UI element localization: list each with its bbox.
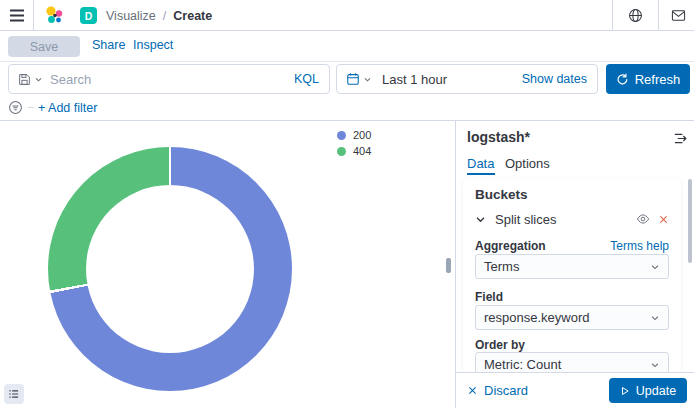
- list-icon: [8, 388, 20, 400]
- terms-help-link[interactable]: Terms help: [610, 239, 669, 253]
- chevron-down-icon: [34, 75, 43, 84]
- discard-button[interactable]: Discard: [467, 383, 528, 398]
- show-dates-button[interactable]: Show dates: [512, 72, 597, 86]
- panel-resize-handle[interactable]: [446, 258, 451, 273]
- topbar-divider: [612, 0, 613, 31]
- search-input[interactable]: [50, 72, 284, 87]
- legend-item[interactable]: 404: [337, 145, 371, 157]
- time-picker-menu[interactable]: [337, 72, 379, 86]
- field-select[interactable]: response.keyword: [475, 305, 669, 330]
- aggregation-value: Terms: [484, 259, 519, 274]
- add-filter-button[interactable]: + Add filter: [38, 101, 97, 115]
- breadcrumb-section[interactable]: Visualize: [106, 9, 156, 23]
- buckets-title: Buckets: [475, 187, 528, 202]
- query-language-button[interactable]: KQL: [284, 72, 329, 86]
- legend-swatch: [337, 131, 346, 140]
- update-label: Update: [636, 384, 676, 398]
- discard-label: Discard: [484, 383, 528, 398]
- chevron-down-icon: [475, 214, 486, 225]
- tab-options[interactable]: Options: [505, 156, 550, 171]
- split-slices-row[interactable]: Split slices: [475, 210, 669, 228]
- update-button[interactable]: Update: [609, 378, 687, 403]
- saved-query-menu[interactable]: [9, 73, 50, 86]
- legend-item[interactable]: 200: [337, 129, 371, 141]
- vis-editor-panel: logstash* Data Options Buckets Split sli…: [455, 121, 694, 408]
- breadcrumb-separator: /: [163, 9, 166, 23]
- aggregation-select[interactable]: Terms: [475, 254, 669, 279]
- chevron-down-icon: [363, 75, 372, 84]
- filter-dash: [28, 107, 34, 108]
- floppy-disk-icon: [18, 73, 31, 86]
- time-picker: Last 1 hour Show dates: [336, 64, 598, 94]
- newsfeed-mail-icon[interactable]: [671, 8, 686, 23]
- calendar-icon: [346, 72, 360, 86]
- top-nav-bar: [0, 0, 694, 31]
- chevron-down-icon: [650, 262, 660, 272]
- toggle-visibility-eye-icon[interactable]: [636, 212, 650, 226]
- tab-data[interactable]: Data: [467, 156, 494, 171]
- filter-settings-icon[interactable]: [8, 100, 23, 115]
- refresh-icon: [616, 73, 629, 86]
- index-pattern-title: logstash*: [467, 129, 530, 145]
- space-badge[interactable]: D: [80, 7, 97, 24]
- legend-swatch: [337, 147, 346, 156]
- remove-bucket-x-icon[interactable]: [658, 214, 669, 225]
- chevron-down-icon: [650, 360, 660, 370]
- chart-legend: 200 404: [337, 129, 371, 157]
- topbar-divider: [658, 0, 659, 31]
- legend-label: 200: [353, 129, 371, 141]
- help-globe-icon[interactable]: [628, 8, 643, 23]
- topbar-divider: [33, 0, 34, 31]
- split-slices-label: Split slices: [495, 212, 556, 227]
- save-button[interactable]: Save: [8, 36, 80, 57]
- tab-data-underline: [467, 173, 495, 175]
- x-icon: [467, 385, 478, 396]
- legend-label: 404: [353, 145, 371, 157]
- collapse-panel-icon[interactable]: [673, 131, 688, 146]
- donut-hole: [86, 185, 254, 353]
- field-value: response.keyword: [484, 310, 590, 325]
- inspect-button[interactable]: Inspect: [133, 38, 173, 52]
- order-by-value: Metric: Count: [484, 357, 561, 372]
- elastic-logo-icon[interactable]: [44, 5, 65, 26]
- panel-footer: Discard Update: [456, 372, 694, 408]
- field-label: Field: [475, 290, 503, 304]
- query-input-bar: KQL: [8, 64, 330, 94]
- order-by-label: Order by: [475, 338, 525, 352]
- breadcrumb: Visualize / Create: [106, 0, 212, 31]
- buckets-card: Buckets Split slices Aggregation Terms: [463, 178, 681, 378]
- share-button[interactable]: Share: [92, 38, 125, 52]
- refresh-label: Refresh: [635, 72, 681, 87]
- breadcrumb-page: Create: [173, 9, 212, 23]
- kibana-visualize-screen: D Visualize / Create Save Share Inspect …: [0, 0, 694, 408]
- chevron-down-icon: [650, 313, 660, 323]
- play-icon: [620, 386, 630, 396]
- panel-scrollbar[interactable]: [688, 179, 692, 263]
- aggregation-label: Aggregation: [475, 239, 546, 253]
- time-range-value[interactable]: Last 1 hour: [382, 72, 447, 87]
- menu-icon[interactable]: [9, 8, 25, 23]
- legend-toggle-button[interactable]: [4, 384, 24, 404]
- refresh-button[interactable]: Refresh: [606, 64, 690, 94]
